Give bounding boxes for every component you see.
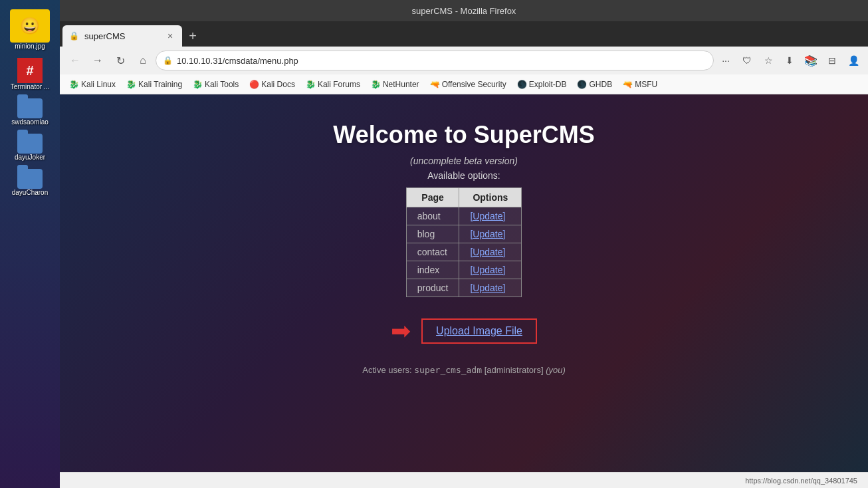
bookmark-kali-training-icon: 🐉 <box>126 80 136 89</box>
table-row: index [Update] <box>406 261 522 279</box>
navbar: ← → ↻ ⌂ 🔒 10.10.10.31/cmsdata/menu.php ·… <box>60 47 868 74</box>
bookmark-exploit-db-label: Exploit-DB <box>529 80 567 89</box>
bookmark-star-button[interactable]: ☆ <box>759 51 778 70</box>
browser-tab-supercms[interactable]: 🔒 superCMS × <box>62 25 182 47</box>
profile-button[interactable]: 👤 <box>844 51 863 70</box>
active-user-you: (you) <box>546 365 566 375</box>
active-user-role: [administrators] <box>485 365 544 375</box>
desktop-icon-swdsaomiao[interactable]: swdsaomiao <box>3 96 56 128</box>
table-header-page: Page <box>406 188 459 207</box>
bookmark-kali-forums-label: Kali Forums <box>318 80 360 89</box>
home-button[interactable]: ⌂ <box>133 51 153 70</box>
bookmark-kali-linux-icon: 🐉 <box>69 80 79 89</box>
bookmark-kali-training-label: Kali Training <box>138 80 182 89</box>
bookmark-nethunter[interactable]: 🐉 NetHunter <box>367 78 423 91</box>
forward-button[interactable]: → <box>88 51 108 70</box>
tabbar: 🔒 superCMS × + <box>60 21 868 47</box>
table-cell-page-blog: blog <box>406 225 459 243</box>
desktop-icon-label-swdsaomiao: swdsaomiao <box>11 118 49 126</box>
desktop-icon-dayujoker[interactable]: dayuJoker <box>3 131 56 164</box>
page-subtitle: (uncomplete beta version) <box>410 156 518 166</box>
bookmark-offensive-security[interactable]: 🔫 Offensive Security <box>426 78 510 91</box>
bookmark-msfu-icon: 🔫 <box>623 80 633 89</box>
update-link-blog[interactable]: [Update] <box>470 229 505 239</box>
download-button[interactable]: ⬇ <box>780 51 799 70</box>
folder-icon-swdsaomiao <box>17 98 43 118</box>
table-row: contact [Update] <box>406 243 522 261</box>
status-bar: https://blog.csdn.net/qq_34801745 <box>60 472 868 488</box>
arrow-right-icon: ➡ <box>391 317 411 345</box>
desktop-icon-label-minion: minion.jpg <box>15 43 45 50</box>
table-cell-option-blog[interactable]: [Update] <box>459 225 522 243</box>
available-options-label: Available options: <box>427 170 500 181</box>
table-cell-page-product: product <box>406 279 459 297</box>
browser-window: superCMS - Mozilla Firefox 🔒 superCMS × … <box>60 0 868 488</box>
bookmark-nethunter-icon: 🐉 <box>371 80 381 89</box>
layout-button[interactable]: ⊟ <box>823 51 841 70</box>
bookmark-ghdb-label: GHDB <box>589 80 612 89</box>
bookmark-kali-linux-label: Kali Linux <box>81 80 116 89</box>
desktop-icon-label-terminator: Terminator ... <box>11 83 49 90</box>
bookmark-kali-docs-label: Kali Docs <box>261 80 295 89</box>
update-link-product[interactable]: [Update] <box>470 283 505 293</box>
desktop-icon-label-dayucharon: dayuCharon <box>12 189 48 196</box>
table-row: blog [Update] <box>406 225 522 243</box>
more-button[interactable]: ··· <box>716 51 735 70</box>
table-cell-option-about[interactable]: [Update] <box>459 207 522 225</box>
desktop-icon-terminator[interactable]: # Terminator ... <box>3 55 56 93</box>
window-title: superCMS - Mozilla Firefox <box>412 6 516 16</box>
bookmark-kali-training[interactable]: 🐉 Kali Training <box>122 78 186 91</box>
bookmark-kali-forums-icon: 🐉 <box>306 80 316 89</box>
table-cell-option-product[interactable]: [Update] <box>459 279 522 297</box>
address-bar[interactable]: 🔒 10.10.10.31/cmsdata/menu.php <box>156 51 714 70</box>
upload-area: ➡ Upload Image File <box>391 317 537 345</box>
table-cell-option-contact[interactable]: [Update] <box>459 243 522 261</box>
nav-extras: ··· 🛡 ☆ ⬇ 📚 ⊟ 👤 <box>716 51 863 70</box>
update-link-index[interactable]: [Update] <box>470 265 505 275</box>
bookmark-ghdb-icon: 🌑 <box>577 80 587 89</box>
update-link-contact[interactable]: [Update] <box>470 247 505 257</box>
bookmark-kali-tools-label: Kali Tools <box>205 80 239 89</box>
library-button[interactable]: 📚 <box>802 51 820 70</box>
tab-close-button[interactable]: × <box>165 31 175 41</box>
back-button[interactable]: ← <box>65 51 85 70</box>
update-link-about[interactable]: [Update] <box>470 211 505 221</box>
cms-options-table: Page Options about [Update] blog [Update… <box>406 187 522 297</box>
desktop-icon-label-dayujoker: dayuJoker <box>15 154 45 161</box>
bookmark-exploit-db[interactable]: 🌑 Exploit-DB <box>513 78 571 91</box>
bookmarks-bar: 🐉 Kali Linux 🐉 Kali Training 🐉 Kali Tool… <box>60 74 868 94</box>
upload-image-button[interactable]: Upload Image File <box>421 318 537 344</box>
page-content: Welcome to SuperCMS (uncomplete beta ver… <box>60 94 868 472</box>
table-cell-page-about: about <box>406 207 459 225</box>
table-cell-page-index: index <box>406 261 459 279</box>
titlebar: superCMS - Mozilla Firefox <box>60 0 868 21</box>
secure-icon: 🔒 <box>163 56 173 65</box>
desktop-icon-dayucharon[interactable]: dayuCharon <box>3 166 56 199</box>
bookmark-nethunter-label: NetHunter <box>383 80 419 89</box>
desktop-icon-minion[interactable]: 😀 minion.jpg <box>3 7 56 53</box>
folder-icon-dayucharon <box>17 169 43 189</box>
pocket-button[interactable]: 🛡 <box>738 51 756 70</box>
bookmark-kali-docs[interactable]: 🔴 Kali Docs <box>245 78 299 91</box>
table-row: about [Update] <box>406 207 522 225</box>
new-tab-button[interactable]: + <box>183 27 202 45</box>
bookmark-kali-tools-icon: 🐉 <box>193 80 203 89</box>
bookmark-msfu-label: MSFU <box>635 80 657 89</box>
table-cell-page-contact: contact <box>406 243 459 261</box>
active-username: super_cms_adm <box>414 365 482 375</box>
table-header-options: Options <box>459 188 522 207</box>
active-users-section: Active users: super_cms_adm [administrat… <box>362 365 566 375</box>
bookmark-kali-forums[interactable]: 🐉 Kali Forums <box>302 78 364 91</box>
folder-icon-dayujoker <box>17 134 43 154</box>
active-users-label: Active users: <box>362 365 411 375</box>
bookmark-msfu[interactable]: 🔫 MSFU <box>619 78 661 91</box>
bookmark-ghdb[interactable]: 🌑 GHDB <box>573 78 616 91</box>
url-text: 10.10.10.31/cmsdata/menu.php <box>177 56 298 66</box>
bookmark-kali-tools[interactable]: 🐉 Kali Tools <box>189 78 243 91</box>
table-row: product [Update] <box>406 279 522 297</box>
bookmark-offensive-security-label: Offensive Security <box>442 80 506 89</box>
status-url: https://blog.csdn.net/qq_34801745 <box>745 477 857 485</box>
table-cell-option-index[interactable]: [Update] <box>459 261 522 279</box>
bookmark-kali-linux[interactable]: 🐉 Kali Linux <box>65 78 120 91</box>
refresh-button[interactable]: ↻ <box>110 51 130 70</box>
